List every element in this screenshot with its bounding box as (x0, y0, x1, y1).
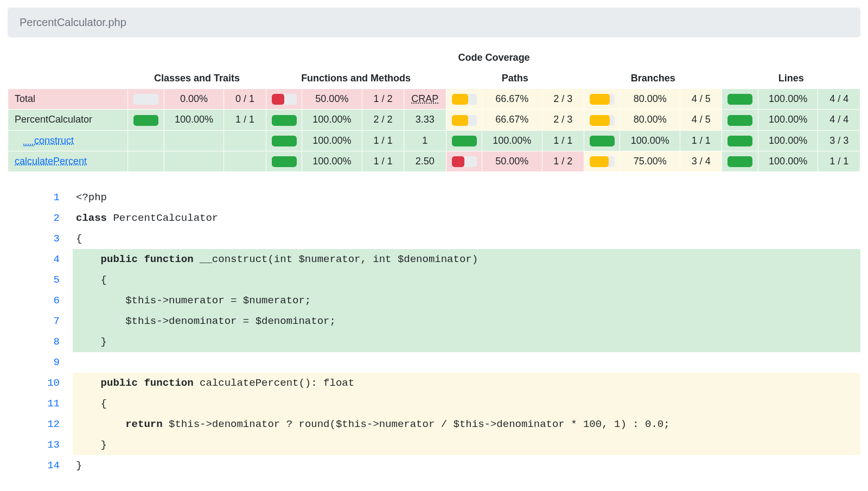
coverage-ratio: 1 / 1 (362, 151, 404, 171)
coverage-bar (133, 115, 158, 126)
source-code-text: { (73, 393, 860, 414)
coverage-bar-cell (128, 89, 164, 110)
coverage-bar (452, 136, 477, 146)
coverage-percent: 100.00% (482, 130, 542, 151)
source-code-text: public function __construct(int $numerat… (73, 249, 860, 270)
coverage-bar-cell (584, 89, 620, 110)
line-number: 10 (8, 373, 73, 393)
coverage-ratio: 2 / 2 (362, 110, 404, 130)
coverage-percent: 100.00% (164, 110, 224, 130)
coverage-bar-cell (722, 110, 758, 130)
crap-cell: 3.33 (404, 110, 446, 130)
table-row: calculatePercent100.00%1 / 12.5050.00%1 … (8, 151, 860, 171)
coverage-percent: 100.00% (302, 130, 362, 151)
header-coverage: Code Coverage (128, 48, 860, 68)
source-line: 4 public function __construct(int $numer… (8, 249, 860, 270)
breadcrumb-file: PercentCalculator.php (20, 16, 126, 28)
coverage-bar (590, 115, 615, 126)
coverage-ratio: 4 / 5 (680, 89, 722, 110)
header-lines: Lines (722, 68, 860, 89)
coverage-bar-cell (584, 110, 620, 130)
coverage-bar (590, 136, 615, 146)
coverage-ratio (224, 130, 266, 151)
coverage-percent: 50.00% (482, 151, 542, 171)
source-code-text: <?php (73, 187, 860, 208)
coverage-percent (164, 151, 224, 171)
coverage-bar-cell (128, 130, 164, 151)
header-functions: Functions and Methods (266, 68, 446, 89)
method-link[interactable]: __construct (23, 135, 74, 146)
coverage-ratio: 2 / 3 (542, 89, 584, 110)
coverage-bar-cell (266, 151, 302, 171)
coverage-percent: 100.00% (758, 151, 818, 171)
coverage-bar-cell (584, 130, 620, 151)
source-code-text: { (73, 270, 860, 290)
coverage-percent: 66.67% (482, 89, 542, 110)
coverage-bar-cell (722, 130, 758, 151)
coverage-percent: 100.00% (620, 130, 680, 151)
coverage-ratio: 4 / 4 (818, 110, 860, 130)
coverage-ratio: 1 / 1 (362, 130, 404, 151)
header-branches: Branches (584, 68, 722, 89)
coverage-percent: 75.00% (620, 151, 680, 171)
coverage-ratio (224, 151, 266, 171)
source-code-text: public function calculatePercent(): floa… (73, 373, 860, 393)
source-line: 11 { (8, 393, 860, 414)
coverage-ratio: 1 / 1 (224, 110, 266, 130)
source-line: 9 (8, 352, 860, 373)
coverage-ratio: 4 / 4 (818, 89, 860, 110)
coverage-bar (452, 156, 477, 167)
breadcrumb: PercentCalculator.php (8, 8, 860, 37)
line-number: 3 (8, 228, 73, 249)
method-link[interactable]: calculatePercent (15, 156, 87, 167)
coverage-percent: 66.67% (482, 110, 542, 130)
coverage-bar-cell (722, 151, 758, 171)
coverage-bar (452, 94, 477, 105)
coverage-bar-cell (584, 151, 620, 171)
source-code: 1<?php2class PercentCalculator3{4 public… (8, 187, 860, 476)
source-line: 13 } (8, 435, 860, 455)
coverage-bar (727, 115, 752, 126)
line-number: 12 (8, 414, 73, 435)
source-line: 5 { (8, 270, 860, 290)
table-row: Total0.00%0 / 150.00%1 / 2CRAP66.67%2 / … (8, 89, 860, 110)
row-name: Total (8, 89, 128, 110)
crap-cell: 2.50 (404, 151, 446, 171)
line-number: 1 (8, 187, 73, 208)
coverage-ratio: 2 / 3 (542, 110, 584, 130)
coverage-bar-cell (446, 89, 482, 110)
coverage-bar-cell (128, 151, 164, 171)
line-number: 11 (8, 393, 73, 414)
coverage-bar (272, 115, 297, 126)
row-name: PercentCalculator (8, 110, 128, 130)
source-line: 2class PercentCalculator (8, 208, 860, 228)
coverage-bar-cell (446, 110, 482, 130)
coverage-bar-cell (446, 151, 482, 171)
source-line: 7 $this->denominator = $denominator; (8, 311, 860, 331)
coverage-bar (727, 94, 752, 105)
line-number: 8 (8, 331, 73, 352)
source-code-text: $this->denominator = $denominator; (73, 311, 860, 331)
source-code-text: } (73, 455, 860, 476)
source-code-text: { (73, 228, 860, 249)
source-code-text: return $this->denominator ? round($this-… (73, 414, 860, 435)
coverage-bar (133, 94, 158, 105)
source-code-text: } (73, 435, 860, 455)
source-code-text: class PercentCalculator (73, 208, 860, 228)
coverage-table: Code Coverage Classes and Traits Functio… (8, 47, 860, 172)
crap-abbr[interactable]: CRAP (411, 93, 438, 104)
coverage-ratio: 4 / 5 (680, 110, 722, 130)
coverage-bar (272, 136, 297, 146)
coverage-percent: 100.00% (758, 110, 818, 130)
coverage-ratio: 1 / 1 (818, 151, 860, 171)
source-line: 10 public function calculatePercent(): f… (8, 373, 860, 393)
coverage-ratio: 1 / 2 (362, 89, 404, 110)
crap-cell: CRAP (404, 89, 446, 110)
coverage-bar (272, 94, 297, 105)
line-number: 6 (8, 290, 73, 311)
line-number: 9 (8, 352, 73, 373)
source-line: 12 return $this->denominator ? round($th… (8, 414, 860, 435)
table-row: PercentCalculator100.00%1 / 1100.00%2 / … (8, 110, 860, 130)
coverage-percent: 100.00% (302, 110, 362, 130)
line-number: 5 (8, 270, 73, 290)
